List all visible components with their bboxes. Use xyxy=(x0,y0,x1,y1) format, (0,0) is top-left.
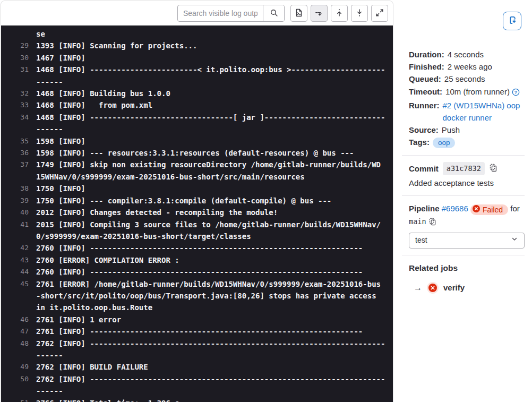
source-value: Push xyxy=(442,124,460,136)
log-line: 371749 [INFO] skip non existing resource… xyxy=(5,159,393,170)
log-line-text: 1750 [INFO] --- compiler:3.8.1:compile (… xyxy=(36,195,331,207)
svg-text:?: ? xyxy=(514,89,517,95)
log-line: 422760 [INFO] --------------------------… xyxy=(5,242,393,254)
runner-link[interactable]: #2 (WD15WHNa) oop docker runner xyxy=(443,99,525,124)
log-line: 351598 [INFO] xyxy=(5,135,393,147)
log-line-number[interactable]: 46 xyxy=(5,314,29,326)
log-line-text: 1468 [INFO] from pom.xml xyxy=(36,99,152,111)
commit-sha-link[interactable]: a31c7832 xyxy=(443,162,485,175)
log-line: 391750 [INFO] --- compiler:3.8.1:compile… xyxy=(5,195,393,207)
log-line: 482762 [INFO] --------------------------… xyxy=(5,338,393,349)
log-line-number[interactable]: 44 xyxy=(5,266,29,278)
related-job-link[interactable]: verify xyxy=(443,281,465,294)
job-log: se291393 [INFO] Scanning for projects...… xyxy=(1,25,393,402)
chevron-down-icon xyxy=(511,234,518,246)
log-line-text: 15WHNav/0/s999999/exam-20251016-bus-shor… xyxy=(36,171,305,183)
log-line-number[interactable]: 33 xyxy=(5,99,29,111)
fullscreen-button[interactable] xyxy=(371,5,388,22)
log-line-number[interactable]: 51 xyxy=(5,397,29,402)
log-line-number[interactable]: 48 xyxy=(5,338,29,349)
log-line-number xyxy=(5,171,29,183)
detail-runner: Runner: #2 (WD15WHNa) oop docker runner xyxy=(409,99,525,124)
search-input[interactable] xyxy=(178,5,263,21)
queued-value: 25 seconds xyxy=(444,73,485,85)
log-line: ------ xyxy=(5,349,393,361)
log-line-text: se xyxy=(36,28,45,40)
log-line-number xyxy=(5,28,29,40)
pipeline-status-badge: Failed xyxy=(470,204,508,215)
log-line: 412015 [INFO] Compiling 3 source files t… xyxy=(5,219,393,230)
detail-duration: Duration: 4 seconds xyxy=(409,48,525,61)
wrap-lines-button[interactable] xyxy=(311,5,328,22)
log-line-number[interactable]: 29 xyxy=(5,40,29,52)
log-line-number[interactable]: 37 xyxy=(5,159,29,170)
log-line-text: 1598 [INFO] xyxy=(36,135,85,147)
search-button[interactable] xyxy=(263,5,284,21)
log-line-number[interactable]: 49 xyxy=(5,361,29,373)
pipeline-ref[interactable]: main xyxy=(409,217,426,226)
log-line-number xyxy=(5,123,29,135)
log-line-text: ------ xyxy=(36,385,63,397)
log-line-number[interactable]: 41 xyxy=(5,219,29,230)
log-line-number xyxy=(5,302,29,313)
log-line-text: 2766 [INFO] Total time: 1.396 s xyxy=(36,397,179,402)
scroll-to-bottom-button[interactable] xyxy=(351,5,368,22)
detail-timeout: Timeout: 10m (from runner)? xyxy=(409,85,525,99)
log-line-number[interactable]: 43 xyxy=(5,254,29,266)
log-line-number[interactable]: 40 xyxy=(5,207,29,218)
search-icon xyxy=(270,8,278,19)
scroll-bottom-icon xyxy=(355,8,364,19)
duration-value: 4 seconds xyxy=(448,48,484,61)
pipeline-block: Pipeline #69686 Failed for main test xyxy=(409,202,525,249)
log-line-text: 2760 [ERROR] COMPILATION ERROR : xyxy=(36,254,179,266)
failed-icon xyxy=(473,205,480,215)
log-line-number[interactable]: 39 xyxy=(5,195,29,207)
log-line-number[interactable]: 42 xyxy=(5,242,29,254)
current-job-arrow-icon: → xyxy=(414,281,422,294)
log-line: in it.polito.oop.bus.Route xyxy=(5,302,393,313)
pipeline-id-link[interactable]: #69686 xyxy=(442,204,468,213)
tags-label: Tags: xyxy=(409,136,430,148)
duration-label: Duration: xyxy=(409,48,444,61)
related-jobs-heading: Related jobs xyxy=(409,262,525,274)
detail-finished: Finished: 2 weeks ago xyxy=(409,61,525,73)
queued-label: Queued: xyxy=(409,73,441,85)
help-icon[interactable]: ? xyxy=(512,87,520,99)
log-line-number[interactable]: 30 xyxy=(5,52,29,64)
log-line-number[interactable]: 38 xyxy=(5,183,29,194)
log-line-number[interactable]: 47 xyxy=(5,326,29,337)
copy-commit-sha-button[interactable] xyxy=(489,164,497,174)
log-line-number[interactable]: 32 xyxy=(5,88,29,99)
log-line-text: 0/s999999/exam-20251016-bus-short/target… xyxy=(36,230,251,242)
log-line-number[interactable]: 31 xyxy=(5,64,29,75)
log-line: ------ xyxy=(5,76,393,88)
copy-icon xyxy=(428,218,436,227)
log-line: 492762 [INFO] BUILD FAILURE xyxy=(5,361,393,373)
log-line-number[interactable]: 35 xyxy=(5,135,29,147)
toggle-sidebar-button[interactable] xyxy=(503,12,521,30)
log-line: 472761 [INFO] --------------------------… xyxy=(5,326,393,337)
related-job-row[interactable]: → verify xyxy=(409,281,525,294)
stage-select-value: test xyxy=(415,234,427,246)
log-line: 381750 [INFO] xyxy=(5,183,393,194)
log-line-text: 1467 [INFO] xyxy=(36,52,85,64)
log-line-number[interactable]: 45 xyxy=(5,278,29,290)
log-line: 502762 [INFO] --------------------------… xyxy=(5,373,393,385)
timeout-label: Timeout: xyxy=(409,85,442,98)
log-line-text: 1468 [INFO] ----------------------------… xyxy=(36,112,385,123)
scroll-to-top-button[interactable] xyxy=(331,5,348,22)
show-raw-log-button[interactable] xyxy=(290,5,307,22)
log-line: 462761 [INFO] 1 error xyxy=(5,314,393,326)
log-line-number[interactable]: 50 xyxy=(5,373,29,385)
log-line-text: 2015 [INFO] Compiling 3 source files to … xyxy=(36,219,381,230)
copy-ref-button[interactable] xyxy=(428,218,436,227)
log-line-number[interactable]: 36 xyxy=(5,147,29,159)
log-line-text: -short/src/it/polito/oop/bus/Transport.j… xyxy=(36,290,376,302)
stage-select[interactable]: test xyxy=(409,233,525,249)
log-line: -short/src/it/polito/oop/bus/Transport.j… xyxy=(5,290,393,302)
fullscreen-icon xyxy=(375,8,384,19)
log-line-text: ------ xyxy=(36,123,63,135)
log-line-number[interactable]: 34 xyxy=(5,112,29,123)
log-line-text: 1393 [INFO] Scanning for projects... xyxy=(36,40,197,52)
log-line: 0/s999999/exam-20251016-bus-short/target… xyxy=(5,230,393,242)
